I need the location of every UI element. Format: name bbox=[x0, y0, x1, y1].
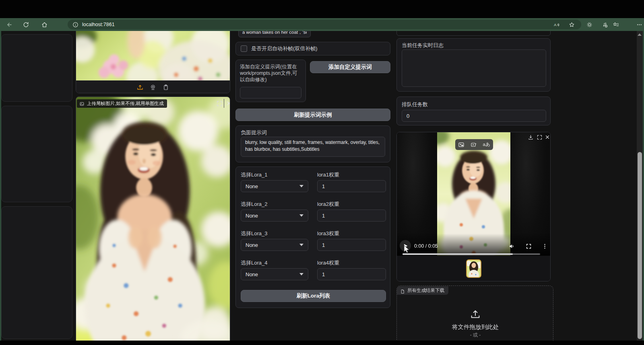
home-icon[interactable] bbox=[39, 19, 50, 30]
lora-select-label: 选择Lora_4 bbox=[241, 259, 267, 267]
browser-essentials-icon[interactable] bbox=[584, 19, 595, 30]
paste-clipboard-icon[interactable] bbox=[162, 84, 169, 91]
scrollbar-thumb[interactable] bbox=[638, 152, 642, 339]
head-image-preview[interactable] bbox=[76, 31, 230, 80]
tail-image-overlay-chip: 上传尾帧图片,如果不传,就用单图生成 bbox=[77, 99, 167, 108]
site-info-icon[interactable] bbox=[72, 21, 79, 28]
video-seek-bar[interactable] bbox=[402, 253, 540, 255]
close-video-icon[interactable] bbox=[545, 134, 550, 140]
refresh-icon[interactable] bbox=[20, 19, 31, 30]
chevron-down-icon bbox=[299, 185, 303, 187]
head-image-art bbox=[76, 31, 230, 80]
page-scrollbar[interactable] bbox=[637, 31, 643, 341]
negative-prompt-textarea[interactable]: blurry, low quality, still frame, frames… bbox=[241, 137, 385, 157]
tail-image-overlay-label: 上传尾帧图片,如果不传,就用单图生成 bbox=[87, 101, 163, 107]
prompt-example-value: a woman takes on her coat，'sexy bbox=[242, 31, 307, 35]
file-icon bbox=[400, 288, 405, 293]
left-clipped-panel bbox=[1, 206, 72, 339]
video-time: 0:00 / 0:05 bbox=[414, 243, 438, 249]
webcam-source-icon[interactable] bbox=[149, 84, 157, 91]
download-all-label: 所有生成结果下载 bbox=[407, 288, 444, 294]
svg-text:A: A bbox=[554, 23, 557, 27]
lora-select-label: 选择Lora_3 bbox=[241, 230, 267, 237]
lora-select-dropdown[interactable]: None bbox=[241, 180, 308, 192]
tail-image-art bbox=[76, 97, 230, 341]
upload-source-icon[interactable] bbox=[136, 84, 144, 91]
queue-count-label: 排队任务数 bbox=[402, 101, 545, 108]
lora-weight-input[interactable] bbox=[317, 180, 386, 192]
negative-prompt-panel: 负面提示词 blurry, low quality, still frame, … bbox=[235, 125, 390, 162]
refresh-lora-button[interactable]: 刷新Lora列表 bbox=[241, 290, 386, 302]
negative-prompt-label: 负面提示词 bbox=[241, 129, 385, 136]
lora-select-label: 选择Lora_1 bbox=[241, 171, 267, 179]
result-thumbnail-strip bbox=[397, 256, 550, 281]
lora-select-value: None bbox=[246, 183, 258, 189]
lora-select-dropdown[interactable]: None bbox=[241, 268, 308, 280]
queue-panel: 排队任务数 bbox=[396, 97, 551, 125]
head-image-block bbox=[76, 31, 230, 93]
task-log-label: 当前任务实时日志 bbox=[402, 42, 545, 49]
custom-prompt-input[interactable] bbox=[240, 87, 301, 99]
back-icon[interactable] bbox=[3, 19, 14, 30]
screen: localhost:7861 A bbox=[0, 0, 644, 345]
custom-prompt-panel: 添加自定义提示词(位置在work/prompts.json文件,可以自由修改) bbox=[235, 60, 306, 102]
media-control-icon[interactable] bbox=[599, 19, 610, 30]
read-aloud-icon[interactable]: A bbox=[551, 19, 562, 30]
page-content: 上传尾帧图片,如果不传,就用单图生成 a woman takes on her … bbox=[0, 31, 644, 341]
lora-select-value: None bbox=[246, 271, 258, 277]
lora-select-label: 选择Lora_2 bbox=[241, 201, 267, 208]
translate-video-icon[interactable]: aあ bbox=[483, 142, 490, 148]
task-log-panel: 当前任务实时日志 bbox=[396, 38, 551, 92]
mute-icon[interactable] bbox=[508, 243, 515, 251]
favorite-star-icon[interactable] bbox=[566, 19, 577, 30]
queue-count-input[interactable] bbox=[402, 110, 546, 122]
upload-icon bbox=[469, 308, 481, 320]
address-bar[interactable]: localhost:7861 A bbox=[68, 20, 581, 29]
fullscreen-video-icon[interactable] bbox=[537, 134, 543, 140]
chevron-down-icon bbox=[299, 214, 303, 217]
expand-icon[interactable] bbox=[216, 100, 223, 107]
lora-weight-label: lora4权重 bbox=[317, 259, 339, 267]
add-custom-prompt-button[interactable]: 添加自定义提示词 bbox=[310, 61, 390, 73]
image-source-bar bbox=[76, 80, 230, 93]
custom-prompt-label: 添加自定义提示词(位置在work/prompts.json文件,可以自由修改) bbox=[240, 64, 301, 83]
window-bottombar bbox=[0, 341, 644, 345]
window-titlebar bbox=[0, 0, 644, 18]
chevron-down-icon bbox=[299, 244, 303, 246]
scroll-up-arrow[interactable] bbox=[638, 33, 642, 36]
more-options-icon[interactable] bbox=[541, 243, 548, 251]
task-log-textarea[interactable] bbox=[402, 49, 546, 87]
video-floating-toolbar: aあ bbox=[455, 139, 493, 150]
favorites-list-icon[interactable] bbox=[610, 19, 621, 30]
browser-toolbar: localhost:7861 A bbox=[0, 18, 644, 31]
picture-in-picture-icon[interactable] bbox=[458, 142, 464, 148]
interpolation-checkbox[interactable] bbox=[241, 45, 247, 52]
lora-select-dropdown[interactable]: None bbox=[241, 209, 308, 222]
results-dropzone[interactable]: 所有生成结果下载 将文件拖放到此处 - 或 - bbox=[396, 285, 553, 341]
tail-image-block[interactable]: 上传尾帧图片,如果不传,就用单图生成 bbox=[76, 97, 230, 341]
fullscreen-control-icon[interactable] bbox=[525, 243, 532, 251]
lora-select-dropdown[interactable]: None bbox=[241, 239, 308, 251]
video-player[interactable]: aあ 0:00 / 0:05 bbox=[397, 132, 550, 256]
or-divider-text: - 或 - bbox=[397, 332, 554, 339]
lora-select-value: None bbox=[246, 213, 258, 219]
overlay-divider bbox=[224, 99, 224, 108]
browser-menu-icon[interactable] bbox=[634, 19, 644, 30]
interpolation-panel: 是否开启自动补帧(双倍补帧) bbox=[235, 42, 390, 55]
download-all-chip[interactable]: 所有生成结果下载 bbox=[397, 286, 448, 295]
download-video-icon[interactable] bbox=[528, 134, 534, 140]
prompt-example-input[interactable]: a woman takes on her coat，'sexy bbox=[238, 31, 311, 37]
video-enhance-icon[interactable] bbox=[471, 142, 477, 148]
lora-weight-label: lora3权重 bbox=[317, 230, 339, 237]
video-controls-bar: 0:00 / 0:05 bbox=[397, 234, 550, 256]
chevron-down-icon bbox=[299, 273, 303, 275]
close-icon[interactable] bbox=[226, 100, 230, 107]
refresh-prompt-examples-button[interactable]: 刷新提示词示例 bbox=[235, 109, 390, 121]
thumbnail-art bbox=[467, 260, 481, 277]
lora-weight-input[interactable] bbox=[317, 209, 386, 222]
drop-hint-text: 将文件拖放到此处 bbox=[397, 323, 554, 331]
lora-weight-input[interactable] bbox=[317, 268, 386, 280]
result-thumbnail-selected[interactable] bbox=[466, 259, 481, 278]
lora-weight-input[interactable] bbox=[317, 239, 386, 251]
url-text[interactable]: localhost:7861 bbox=[82, 22, 551, 27]
